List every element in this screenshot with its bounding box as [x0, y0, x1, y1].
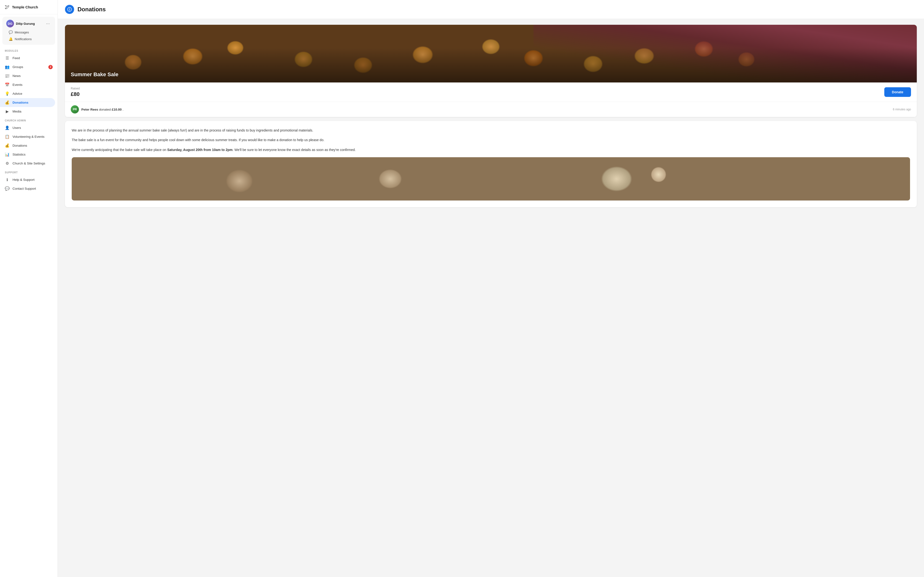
- ingredients-image: [72, 157, 910, 200]
- app-name: Temple Church: [12, 5, 38, 9]
- messages-label: Messages: [15, 31, 29, 34]
- sidebar-item-help-label: Help & Support: [13, 178, 35, 182]
- donation-card: Summer Bake Sale Raised £80 Donate PR Pe…: [65, 25, 917, 117]
- notifications-label: Notifications: [15, 37, 32, 41]
- more-options-button[interactable]: ⋯: [45, 20, 51, 27]
- page-header: Donations: [58, 0, 924, 19]
- media-icon: ▶: [5, 109, 10, 114]
- sidebar-item-news-label: News: [13, 74, 21, 77]
- description-paragraph-1: We are in the process of planning the an…: [72, 128, 910, 133]
- ingredients-visual: [72, 157, 910, 200]
- donor-text: Peter Rees donated £10.00 .: [81, 108, 123, 111]
- avatar: DG: [6, 20, 14, 27]
- donor-avatar: PR: [71, 105, 79, 113]
- sidebar-item-feed[interactable]: ☰ Feed: [0, 53, 58, 63]
- donations-icon: 💰: [5, 100, 10, 105]
- raised-amount: £80: [71, 91, 80, 97]
- sidebar-item-help[interactable]: ℹ Help & Support: [0, 175, 58, 184]
- sidebar-item-donations[interactable]: 💰 Donations: [0, 98, 55, 107]
- donor-period: .: [123, 108, 123, 111]
- main-content: Donations Summer Bake Sale Raised £80 Do…: [58, 0, 924, 577]
- statistics-icon: 📊: [5, 152, 10, 157]
- sidebar-item-notifications[interactable]: 🔔 Notifications: [7, 36, 51, 42]
- donor-info: PR Peter Rees donated £10.00 .: [71, 105, 123, 113]
- sidebar-item-donations-admin-label: Donations: [13, 144, 27, 147]
- advice-icon: 💡: [5, 91, 10, 96]
- bell-icon: 🔔: [9, 37, 13, 41]
- content-area: Summer Bake Sale Raised £80 Donate PR Pe…: [58, 19, 924, 213]
- sidebar-item-volunteering-label: Volunteering & Events: [13, 135, 45, 139]
- sidebar: 🕊 Temple Church DG Dilip Gurung ⋯ 💬 Mess…: [0, 0, 58, 577]
- description-3-after: . We'll be sure to let everyone know the…: [233, 148, 355, 152]
- users-icon: 👤: [5, 126, 10, 130]
- sidebar-item-advice-label: Advice: [13, 92, 23, 95]
- page-header-icon: [65, 5, 74, 14]
- sidebar-item-donations-admin[interactable]: 💰 Donations: [0, 141, 58, 150]
- sidebar-item-contact[interactable]: 💬 Contact Support: [0, 184, 58, 193]
- contact-icon: 💬: [5, 186, 10, 191]
- message-icon: 💬: [9, 30, 13, 34]
- sidebar-item-groups[interactable]: 👥 Groups 2: [0, 63, 58, 71]
- sidebar-item-statistics[interactable]: 📊 Statistics: [0, 150, 58, 159]
- modules-section-label: MODULES: [0, 46, 58, 53]
- description-paragraph-2: The bake sale is a fun event for the com…: [72, 137, 910, 143]
- user-name: Dilip Gurung: [16, 22, 35, 26]
- sidebar-item-advice[interactable]: 💡 Advice: [0, 89, 58, 98]
- sidebar-item-donations-label: Donations: [13, 101, 28, 104]
- sidebar-item-settings[interactable]: ⚙ Church & Site Settings: [0, 159, 58, 168]
- sidebar-item-settings-label: Church & Site Settings: [13, 161, 45, 165]
- raised-row: Raised £80 Donate: [65, 82, 917, 102]
- sidebar-item-events[interactable]: 📅 Events: [0, 80, 58, 89]
- raised-info: Raised £80: [71, 87, 80, 97]
- hero-overlay: [65, 48, 917, 82]
- donations-admin-icon: 💰: [5, 143, 10, 148]
- volunteering-icon: 📋: [5, 134, 10, 139]
- sidebar-item-media[interactable]: ▶ Media: [0, 107, 58, 116]
- page-title: Donations: [78, 6, 106, 13]
- campaign-hero-image: Summer Bake Sale: [65, 25, 917, 82]
- help-icon: ℹ: [5, 177, 10, 182]
- user-section: DG Dilip Gurung ⋯ 💬 Messages 🔔 Notificat…: [2, 17, 55, 45]
- app-logo-icon: 🕊: [5, 4, 10, 10]
- sidebar-item-messages[interactable]: 💬 Messages: [7, 29, 51, 35]
- sidebar-item-media-label: Media: [13, 110, 21, 113]
- sidebar-item-users[interactable]: 👤 Users: [0, 123, 58, 132]
- sidebar-item-events-label: Events: [13, 83, 23, 87]
- settings-icon: ⚙: [5, 161, 10, 166]
- description-3-before: We're currently anticipating that the ba…: [72, 148, 167, 152]
- user-info: DG Dilip Gurung: [6, 20, 35, 27]
- app-logo: 🕊 Temple Church: [0, 0, 58, 15]
- news-icon: 📰: [5, 74, 10, 78]
- description-paragraph-3: We're currently anticipating that the ba…: [72, 147, 910, 152]
- sidebar-item-statistics-label: Statistics: [13, 153, 26, 156]
- sidebar-item-news[interactable]: 📰 News: [0, 71, 58, 80]
- support-section-label: SUPPORT: [0, 168, 58, 175]
- sidebar-item-volunteering[interactable]: 📋 Volunteering & Events: [0, 132, 58, 141]
- sidebar-item-contact-label: Contact Support: [13, 187, 36, 190]
- donate-button[interactable]: Donate: [884, 87, 911, 97]
- description-section: We are in the process of planning the an…: [65, 121, 917, 207]
- groups-badge: 2: [48, 65, 53, 69]
- sidebar-item-users-label: Users: [13, 126, 21, 130]
- ingredients-bg-visual: [72, 157, 910, 200]
- donation-activity: PR Peter Rees donated £10.00 . 6 minutes…: [65, 102, 917, 117]
- donor-name: Peter Rees: [81, 108, 98, 111]
- sidebar-item-groups-label: Groups: [13, 65, 23, 69]
- feed-icon: ☰: [5, 56, 10, 60]
- donor-action: donated: [99, 108, 112, 111]
- raised-label: Raised: [71, 87, 80, 90]
- events-icon: 📅: [5, 82, 10, 87]
- church-admin-section-label: CHURCH ADMIN: [0, 116, 58, 123]
- groups-icon: 👥: [5, 64, 10, 69]
- donation-time: 6 minutes ago: [893, 108, 911, 111]
- description-3-bold: Saturday, August 20th from 10am to 2pm: [167, 148, 233, 152]
- campaign-title: Summer Bake Sale: [71, 71, 118, 77]
- donor-amount: £10.00: [111, 108, 121, 111]
- sidebar-item-feed-label: Feed: [13, 56, 20, 60]
